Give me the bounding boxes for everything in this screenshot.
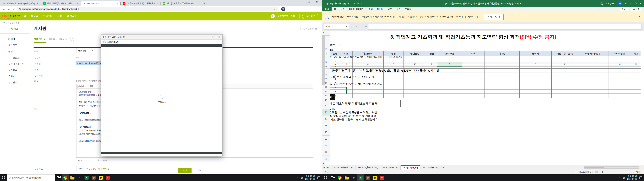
- excel-taskbar-icon[interactable]: X: [357, 174, 364, 181]
- table-cell[interactable]: [608, 64, 631, 68]
- taskbar-clock[interactable]: 오후 12:05 2020-07-28: [305, 175, 315, 180]
- table-cell[interactable]: [485, 64, 520, 68]
- row-header-22[interactable]: 22: [322, 149, 330, 156]
- table-cell[interactable]: [520, 68, 552, 73]
- table-cell[interactable]: [426, 94, 438, 98]
- redo-icon[interactable]: ↷: [352, 2, 355, 5]
- table-cell[interactable]: [426, 90, 438, 94]
- table-cell[interactable]: [352, 56, 384, 60]
- table-cell[interactable]: [438, 64, 462, 68]
- table-cell[interactable]: [426, 85, 438, 90]
- search-icon[interactable]: [600, 2, 602, 5]
- table-cell[interactable]: [578, 90, 608, 94]
- table-cell[interactable]: [631, 68, 641, 73]
- ribbon-tab-페이지 레이아웃[interactable]: 페이지 레이아웃: [349, 8, 364, 10]
- table-cell[interactable]: [462, 90, 485, 94]
- table-cell[interactable]: [631, 85, 641, 90]
- table-cell[interactable]: [608, 85, 631, 90]
- table-cell[interactable]: [340, 68, 352, 73]
- kakao-taskbar-icon[interactable]: [371, 174, 378, 181]
- table-cell[interactable]: [520, 94, 552, 98]
- ie-taskbar-icon[interactable]: e: [350, 174, 357, 181]
- table-cell[interactable]: [578, 85, 608, 90]
- popup-titlebar[interactable]: 제목 없음 - Chrome ─ □ ✕: [101, 34, 222, 40]
- table-cell[interactable]: [552, 77, 578, 81]
- table-cell[interactable]: [404, 73, 426, 77]
- collapse-chevron-icon[interactable]: ∧: [70, 37, 74, 41]
- table-cell[interactable]: 8: [330, 85, 340, 90]
- enable-editing-button[interactable]: 편집 사용(E): [484, 14, 504, 20]
- onestop-logo[interactable]: ONESTOP WEBSITE: [2, 14, 20, 19]
- table-cell[interactable]: [384, 73, 404, 77]
- table-cell[interactable]: [340, 77, 352, 81]
- row-header-11[interactable]: 11: [322, 85, 330, 90]
- start-button[interactable]: [0, 174, 7, 181]
- table-cell[interactable]: [552, 85, 578, 90]
- table-cell[interactable]: 3: [330, 64, 340, 68]
- reload-icon[interactable]: ⟳: [12, 7, 14, 10]
- save-icon[interactable]: ▣: [343, 2, 346, 5]
- table-cell[interactable]: [352, 68, 384, 73]
- sidebar-item-슬라이더갤러리[interactable]: 슬라이더갤러리: [0, 61, 30, 67]
- table-cell[interactable]: [631, 73, 641, 77]
- task-view-taskbar-icon[interactable]: [329, 174, 336, 181]
- sheet-tab-1-2 NCS(충남대, 1명)[interactable]: 1-2 NCS(충남대, 1명): [356, 165, 380, 170]
- table-cell[interactable]: [340, 81, 352, 85]
- cancel-button[interactable]: 취소: [193, 168, 207, 173]
- browser-menu-icon[interactable]: ⋮: [288, 8, 291, 10]
- tag-input[interactable]: 태그와 태그는 쉼표: [90, 159, 107, 162]
- table-cell[interactable]: [340, 85, 352, 90]
- sheet-tab-02 인성지도, 3명[interactable]: 02 인성지도, 3명: [380, 165, 401, 170]
- tray-chevron-icon[interactable]: ∧: [297, 176, 298, 179]
- folder-taskbar-icon[interactable]: [69, 174, 76, 181]
- table-cell[interactable]: [352, 64, 384, 68]
- account-avatar[interactable]: SY: [618, 1, 622, 6]
- table-cell[interactable]: [520, 64, 552, 68]
- table-cell[interactable]: [404, 60, 426, 64]
- sidebar-item-소스코드[interactable]: 소스코드: [0, 42, 30, 48]
- ribbon-tab-검토[interactable]: 검토: [388, 8, 392, 10]
- table-cell[interactable]: [608, 94, 631, 98]
- popup-minimize-button[interactable]: ─: [205, 36, 206, 38]
- table-cell[interactable]: [631, 64, 641, 68]
- table-cell[interactable]: [462, 64, 485, 68]
- chrome-taskbar-icon[interactable]: [62, 174, 69, 181]
- table-cell[interactable]: [438, 94, 462, 98]
- share-button[interactable]: ⚲ 공유: [620, 7, 630, 11]
- ribbon-tab-데이터[interactable]: 데이터: [377, 8, 384, 10]
- table-cell[interactable]: [404, 64, 426, 68]
- zoom-level[interactable]: 100%: [636, 171, 641, 173]
- browser-tab[interactable]: ✉받은메일함(2) : 네이버 메일✕: [41, 1, 80, 6]
- table-cell[interactable]: [438, 56, 462, 60]
- table-cell[interactable]: [462, 85, 485, 90]
- table-cell[interactable]: [384, 90, 404, 94]
- table-cell[interactable]: [485, 60, 520, 64]
- gom-taskbar-icon[interactable]: [364, 174, 371, 181]
- table-cell[interactable]: [608, 68, 631, 73]
- profile-avatar[interactable]: [281, 7, 285, 11]
- ribbon-tab-도움말[interactable]: 도움말: [405, 8, 411, 10]
- ribbon-display-options-icon[interactable]: ⊡: [625, 2, 627, 5]
- hwp-taskbar-icon[interactable]: ᄒ: [378, 174, 386, 181]
- popup-address-bar[interactable]: i about:blank: [101, 40, 222, 44]
- table-cell[interactable]: [404, 94, 426, 98]
- table-cell[interactable]: [426, 81, 438, 85]
- file-button[interactable]: 파일: [76, 166, 85, 171]
- table-cell[interactable]: [404, 68, 426, 73]
- table-cell[interactable]: [631, 94, 641, 98]
- table-cell[interactable]: [485, 77, 520, 81]
- table-cell[interactable]: [426, 64, 438, 68]
- gom-taskbar-icon[interactable]: [90, 174, 97, 181]
- popup-maximize-button[interactable]: □: [212, 36, 213, 38]
- zoom-in-icon[interactable]: +: [632, 171, 634, 173]
- format-painter-icon[interactable]: ✎: [357, 2, 359, 5]
- table-cell[interactable]: [384, 60, 404, 64]
- table-cell[interactable]: [552, 60, 578, 64]
- row-header-18[interactable]: 18: [322, 122, 330, 129]
- new-sheet-icon[interactable]: ⊕: [442, 165, 444, 170]
- table-cell[interactable]: [426, 73, 438, 77]
- zoom-slider-thumb[interactable]: [630, 171, 631, 173]
- table-cell[interactable]: [631, 56, 641, 60]
- table-cell[interactable]: [438, 81, 462, 85]
- browser-tab[interactable]: ▶[한국진로교육학회] 제50차 춘계✕: [121, 1, 160, 6]
